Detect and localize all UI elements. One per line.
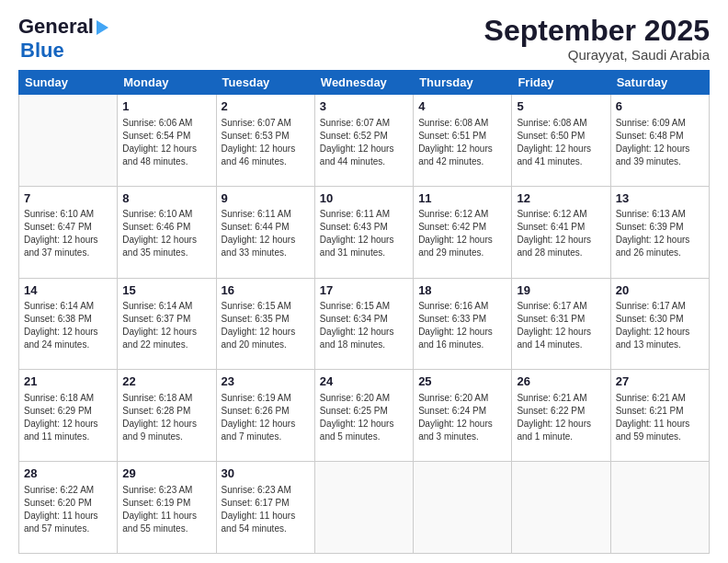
- day-number: 24: [320, 373, 408, 390]
- day-info: Sunrise: 6:23 AM Sunset: 6:17 PM Dayligh…: [222, 484, 310, 535]
- calendar-table: Sunday Monday Tuesday Wednesday Thursday…: [18, 70, 710, 554]
- day-number: 5: [517, 98, 605, 115]
- calendar-week-1: 7Sunrise: 6:10 AM Sunset: 6:47 PM Daylig…: [19, 186, 710, 278]
- day-number: 9: [222, 190, 310, 207]
- table-row: 13Sunrise: 6:13 AM Sunset: 6:39 PM Dayli…: [610, 186, 709, 278]
- day-info: Sunrise: 6:22 AM Sunset: 6:20 PM Dayligh…: [24, 484, 112, 535]
- day-info: Sunrise: 6:07 AM Sunset: 6:52 PM Dayligh…: [320, 117, 408, 168]
- table-row: 1Sunrise: 6:06 AM Sunset: 6:54 PM Daylig…: [118, 95, 216, 187]
- table-row: 2Sunrise: 6:07 AM Sunset: 6:53 PM Daylig…: [216, 95, 314, 187]
- day-info: Sunrise: 6:11 AM Sunset: 6:43 PM Dayligh…: [320, 208, 408, 259]
- col-sunday: Sunday: [19, 71, 118, 95]
- day-info: Sunrise: 6:15 AM Sunset: 6:35 PM Dayligh…: [222, 300, 310, 351]
- calendar-week-2: 14Sunrise: 6:14 AM Sunset: 6:38 PM Dayli…: [19, 278, 710, 370]
- day-number: 19: [517, 282, 605, 299]
- table-row: [512, 462, 610, 554]
- col-wednesday: Wednesday: [314, 71, 413, 95]
- calendar-week-3: 21Sunrise: 6:18 AM Sunset: 6:29 PM Dayli…: [19, 370, 710, 462]
- day-number: 4: [418, 98, 506, 115]
- table-row: 28Sunrise: 6:22 AM Sunset: 6:20 PM Dayli…: [19, 462, 118, 554]
- day-info: Sunrise: 6:09 AM Sunset: 6:48 PM Dayligh…: [616, 117, 704, 168]
- col-tuesday: Tuesday: [216, 71, 314, 95]
- logo: General Blue: [18, 15, 108, 63]
- day-number: 1: [122, 98, 210, 115]
- day-info: Sunrise: 6:16 AM Sunset: 6:33 PM Dayligh…: [418, 300, 506, 351]
- day-info: Sunrise: 6:18 AM Sunset: 6:28 PM Dayligh…: [122, 392, 210, 443]
- day-info: Sunrise: 6:21 AM Sunset: 6:21 PM Dayligh…: [616, 392, 704, 443]
- day-number: 30: [222, 465, 310, 482]
- day-number: 22: [122, 373, 210, 390]
- table-row: 22Sunrise: 6:18 AM Sunset: 6:28 PM Dayli…: [118, 370, 216, 462]
- location: Qurayyat, Saudi Arabia: [484, 47, 710, 63]
- page: General Blue September 2025 Qurayyat, Sa…: [0, 0, 728, 563]
- day-number: 18: [418, 282, 506, 299]
- col-friday: Friday: [512, 71, 610, 95]
- day-number: 23: [222, 373, 310, 390]
- day-info: Sunrise: 6:23 AM Sunset: 6:19 PM Dayligh…: [122, 484, 210, 535]
- day-number: 3: [320, 98, 408, 115]
- day-info: Sunrise: 6:17 AM Sunset: 6:30 PM Dayligh…: [616, 300, 704, 351]
- table-row: 8Sunrise: 6:10 AM Sunset: 6:46 PM Daylig…: [118, 186, 216, 278]
- table-row: 5Sunrise: 6:08 AM Sunset: 6:50 PM Daylig…: [512, 95, 610, 187]
- day-number: 11: [418, 190, 506, 207]
- day-info: Sunrise: 6:12 AM Sunset: 6:42 PM Dayligh…: [418, 208, 506, 259]
- day-number: 10: [320, 190, 408, 207]
- table-row: 12Sunrise: 6:12 AM Sunset: 6:41 PM Dayli…: [512, 186, 610, 278]
- day-number: 28: [24, 465, 112, 482]
- table-row: 29Sunrise: 6:23 AM Sunset: 6:19 PM Dayli…: [118, 462, 216, 554]
- table-row: 27Sunrise: 6:21 AM Sunset: 6:21 PM Dayli…: [610, 370, 709, 462]
- logo-blue: Blue: [20, 39, 64, 63]
- month-title: September 2025: [484, 15, 710, 47]
- table-row: 26Sunrise: 6:21 AM Sunset: 6:22 PM Dayli…: [512, 370, 610, 462]
- day-info: Sunrise: 6:13 AM Sunset: 6:39 PM Dayligh…: [616, 208, 704, 259]
- title-block: September 2025 Qurayyat, Saudi Arabia: [484, 15, 710, 63]
- day-number: 21: [24, 373, 112, 390]
- table-row: 10Sunrise: 6:11 AM Sunset: 6:43 PM Dayli…: [314, 186, 413, 278]
- day-info: Sunrise: 6:07 AM Sunset: 6:53 PM Dayligh…: [222, 117, 310, 168]
- day-number: 6: [616, 98, 704, 115]
- day-number: 27: [616, 373, 704, 390]
- table-row: 17Sunrise: 6:15 AM Sunset: 6:34 PM Dayli…: [314, 278, 413, 370]
- day-info: Sunrise: 6:18 AM Sunset: 6:29 PM Dayligh…: [24, 392, 112, 443]
- table-row: 4Sunrise: 6:08 AM Sunset: 6:51 PM Daylig…: [414, 95, 512, 187]
- day-info: Sunrise: 6:06 AM Sunset: 6:54 PM Dayligh…: [122, 117, 210, 168]
- calendar-header-row: Sunday Monday Tuesday Wednesday Thursday…: [19, 71, 710, 95]
- day-number: 29: [122, 465, 210, 482]
- day-number: 25: [418, 373, 506, 390]
- day-info: Sunrise: 6:21 AM Sunset: 6:22 PM Dayligh…: [517, 392, 605, 443]
- day-info: Sunrise: 6:10 AM Sunset: 6:47 PM Dayligh…: [24, 208, 112, 259]
- day-number: 20: [616, 282, 704, 299]
- table-row: 14Sunrise: 6:14 AM Sunset: 6:38 PM Dayli…: [19, 278, 118, 370]
- table-row: 21Sunrise: 6:18 AM Sunset: 6:29 PM Dayli…: [19, 370, 118, 462]
- table-row: [414, 462, 512, 554]
- table-row: 20Sunrise: 6:17 AM Sunset: 6:30 PM Dayli…: [610, 278, 709, 370]
- col-monday: Monday: [118, 71, 216, 95]
- table-row: [19, 95, 118, 187]
- day-number: 14: [24, 282, 112, 299]
- table-row: 23Sunrise: 6:19 AM Sunset: 6:26 PM Dayli…: [216, 370, 314, 462]
- day-number: 17: [320, 282, 408, 299]
- logo-general: General: [18, 15, 94, 39]
- day-number: 26: [517, 373, 605, 390]
- table-row: [314, 462, 413, 554]
- day-info: Sunrise: 6:12 AM Sunset: 6:41 PM Dayligh…: [517, 208, 605, 259]
- day-info: Sunrise: 6:08 AM Sunset: 6:50 PM Dayligh…: [517, 117, 605, 168]
- header: General Blue September 2025 Qurayyat, Sa…: [18, 15, 710, 63]
- table-row: 3Sunrise: 6:07 AM Sunset: 6:52 PM Daylig…: [314, 95, 413, 187]
- day-info: Sunrise: 6:08 AM Sunset: 6:51 PM Dayligh…: [418, 117, 506, 168]
- table-row: 15Sunrise: 6:14 AM Sunset: 6:37 PM Dayli…: [118, 278, 216, 370]
- logo-arrow-icon: [97, 20, 108, 35]
- table-row: 7Sunrise: 6:10 AM Sunset: 6:47 PM Daylig…: [19, 186, 118, 278]
- day-number: 15: [122, 282, 210, 299]
- day-info: Sunrise: 6:11 AM Sunset: 6:44 PM Dayligh…: [222, 208, 310, 259]
- table-row: 25Sunrise: 6:20 AM Sunset: 6:24 PM Dayli…: [414, 370, 512, 462]
- day-info: Sunrise: 6:19 AM Sunset: 6:26 PM Dayligh…: [222, 392, 310, 443]
- day-number: 12: [517, 190, 605, 207]
- day-number: 13: [616, 190, 704, 207]
- table-row: 9Sunrise: 6:11 AM Sunset: 6:44 PM Daylig…: [216, 186, 314, 278]
- table-row: 6Sunrise: 6:09 AM Sunset: 6:48 PM Daylig…: [610, 95, 709, 187]
- day-number: 8: [122, 190, 210, 207]
- day-info: Sunrise: 6:20 AM Sunset: 6:25 PM Dayligh…: [320, 392, 408, 443]
- calendar-week-0: 1Sunrise: 6:06 AM Sunset: 6:54 PM Daylig…: [19, 95, 710, 187]
- day-info: Sunrise: 6:20 AM Sunset: 6:24 PM Dayligh…: [418, 392, 506, 443]
